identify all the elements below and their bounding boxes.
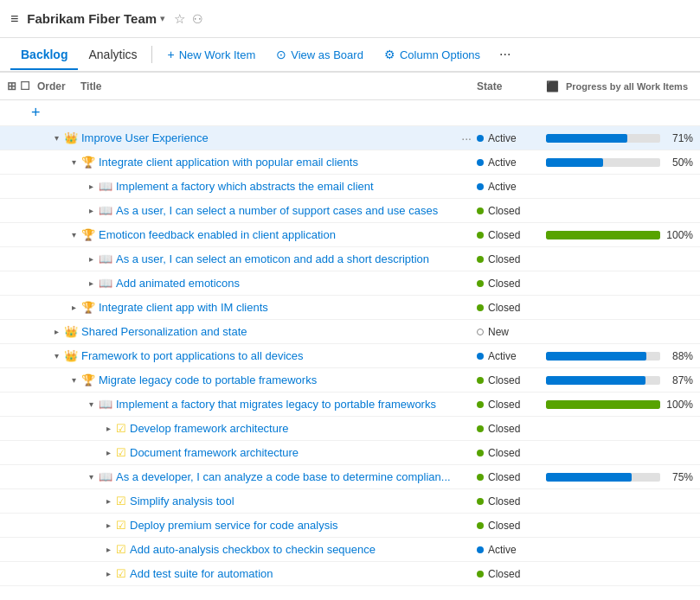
header-icons: ⊞ ☐ bbox=[7, 80, 30, 93]
view-as-board-label: View as Board bbox=[291, 48, 363, 61]
row-title[interactable]: Add test suite for automation bbox=[130, 567, 456, 580]
row-title[interactable]: Improve User Experience bbox=[81, 131, 456, 144]
row-expander[interactable]: ▸ bbox=[102, 495, 114, 507]
progress-percent: 100% bbox=[665, 229, 693, 241]
table-row[interactable]: ▸ 📖 As a user, I can select an emoticon … bbox=[0, 247, 700, 271]
state-label: Closed bbox=[488, 302, 520, 314]
team-name: Fabrikam Fiber Team bbox=[27, 11, 157, 26]
row-title[interactable]: Integrate client application with popula… bbox=[99, 156, 456, 169]
more-actions-button[interactable]: ··· bbox=[492, 41, 517, 67]
row-type-icon: 📖 bbox=[99, 398, 112, 411]
table-row[interactable]: ▾ 👑 Framework to port applications to al… bbox=[0, 344, 700, 368]
row-title[interactable]: Migrate legacy code to portable framewor… bbox=[99, 373, 456, 386]
row-type-icon: 🏆 bbox=[81, 156, 95, 169]
table-row[interactable]: ▸ ☑ Add auto-analysis checkbox to checki… bbox=[0, 538, 700, 562]
row-expander[interactable]: ▾ bbox=[50, 350, 62, 362]
table-row[interactable]: ▸ ☑ Deploy premium service for code anal… bbox=[0, 514, 700, 538]
row-expander[interactable]: ▸ bbox=[85, 253, 97, 265]
row-expander[interactable]: ▸ bbox=[67, 302, 80, 314]
row-expander[interactable]: ▸ bbox=[85, 181, 97, 193]
row-title[interactable]: Document framework architecture bbox=[130, 446, 456, 459]
row-expander[interactable]: ▸ bbox=[102, 520, 114, 532]
row-type-icon: ☑ bbox=[116, 519, 126, 532]
row-expander[interactable]: ▸ bbox=[85, 205, 97, 217]
row-expander[interactable]: ▾ bbox=[67, 374, 80, 386]
row-type-icon: ☑ bbox=[116, 567, 126, 580]
table-row[interactable]: ▸ 🏆 Integrate client app with IM clients… bbox=[0, 296, 700, 320]
table-row[interactable]: ▸ 👑 Shared Personalization and state ···… bbox=[0, 320, 700, 344]
add-col-icon[interactable]: ⊞ bbox=[7, 80, 16, 93]
row-type-icon: 📖 bbox=[99, 204, 112, 217]
hamburger-icon[interactable]: ≡ bbox=[10, 11, 18, 27]
row-type-icon: 👑 bbox=[64, 131, 78, 144]
tab-analytics[interactable]: Analytics bbox=[78, 41, 147, 70]
row-expander[interactable]: ▸ bbox=[50, 326, 62, 338]
row-expander[interactable]: ▸ bbox=[102, 423, 114, 435]
star-icon[interactable]: ☆ bbox=[174, 11, 185, 27]
checkbox-col-icon[interactable]: ☐ bbox=[20, 80, 30, 93]
tab-backlog[interactable]: Backlog bbox=[10, 41, 78, 70]
row-expander[interactable]: ▸ bbox=[102, 447, 114, 459]
row-expander[interactable]: ▾ bbox=[67, 229, 80, 241]
row-state: Active bbox=[477, 156, 546, 169]
table-row[interactable]: ▾ 📖 As a developer, I can analyze a code… bbox=[0, 465, 700, 489]
table-row[interactable]: ▸ ☑ Develop framework architecture ··· C… bbox=[0, 417, 700, 441]
row-expander[interactable]: ▾ bbox=[67, 156, 80, 169]
row-expander[interactable]: ▾ bbox=[85, 399, 97, 411]
row-title[interactable]: As a user, I can select an emoticon and … bbox=[116, 252, 456, 265]
row-title[interactable]: Simplify analysis tool bbox=[130, 495, 456, 507]
row-title[interactable]: As a developer, I can analyze a code bas… bbox=[116, 470, 456, 483]
row-state: Closed bbox=[477, 495, 546, 507]
table-row[interactable]: ▸ ☑ Simplify analysis tool ··· Closed bbox=[0, 489, 700, 514]
table-row[interactable]: ▸ 📖 Implement a factory which abstracts … bbox=[0, 175, 700, 199]
team-chevron-icon[interactable]: ▾ bbox=[160, 13, 165, 24]
nav-bar: Backlog Analytics + New Work Item ⊙ View… bbox=[0, 38, 700, 73]
progress-bar-bg bbox=[546, 473, 660, 482]
row-expander[interactable]: ▸ bbox=[102, 544, 114, 556]
table-row[interactable]: ▾ 📖 Implement a factory that migrates le… bbox=[0, 393, 700, 417]
new-work-item-label: New Work Item bbox=[179, 48, 256, 61]
row-title[interactable]: Framework to port applications to all de… bbox=[81, 349, 456, 362]
state-dot bbox=[477, 280, 484, 287]
column-options-button[interactable]: ⚙ Column Options bbox=[376, 42, 489, 67]
view-as-board-button[interactable]: ⊙ View as Board bbox=[267, 42, 372, 67]
state-dot bbox=[477, 256, 484, 263]
table-row[interactable]: ▾ 🏆 Emoticon feedback enabled in client … bbox=[0, 223, 700, 247]
row-title[interactable]: Emoticon feedback enabled in client appl… bbox=[99, 228, 456, 241]
row-title[interactable]: Implement a factory that migrates legacy… bbox=[116, 398, 456, 411]
table-row[interactable]: ▸ 📖 Add animated emoticons ··· Closed bbox=[0, 271, 700, 296]
people-icon[interactable]: ⚇ bbox=[192, 12, 203, 26]
table-row[interactable]: ▾ 🏆 Integrate client application with po… bbox=[0, 150, 700, 175]
row-title[interactable]: Shared Personalization and state bbox=[81, 325, 456, 338]
row-title[interactable]: As a user, I can select a number of supp… bbox=[116, 204, 456, 217]
row-title[interactable]: Add animated emoticons bbox=[116, 277, 456, 290]
row-title[interactable]: Deploy premium service for code analysis bbox=[130, 519, 456, 532]
state-label: Closed bbox=[488, 399, 520, 411]
state-label: Closed bbox=[488, 205, 520, 217]
row-title[interactable]: Develop framework architecture bbox=[130, 422, 456, 435]
table-row[interactable]: ▾ 👑 Improve User Experience ··· Active 7… bbox=[0, 126, 700, 150]
state-label: Active bbox=[488, 544, 517, 556]
row-title[interactable]: Implement a factory which abstracts the … bbox=[116, 180, 456, 193]
state-label: Closed bbox=[488, 278, 520, 290]
table-row[interactable]: ▸ ☑ Add test suite for automation ··· Cl… bbox=[0, 562, 700, 586]
state-dot bbox=[477, 232, 484, 239]
add-item-button[interactable]: + bbox=[31, 104, 41, 122]
table-row[interactable]: ▸ ☑ Document framework architecture ··· … bbox=[0, 441, 700, 465]
row-title[interactable]: Add auto-analysis checkbox to checkin se… bbox=[130, 543, 456, 556]
table-row[interactable]: ▾ 🏆 Migrate legacy code to portable fram… bbox=[0, 368, 700, 393]
new-work-item-button[interactable]: + New Work Item bbox=[159, 42, 265, 67]
table-row[interactable]: ▸ 📖 As a user, I can select a number of … bbox=[0, 199, 700, 223]
row-state: Closed bbox=[477, 423, 546, 435]
progress-bar-fill bbox=[546, 158, 603, 167]
row-more-button[interactable]: ··· bbox=[461, 131, 472, 145]
row-expander[interactable]: ▾ bbox=[85, 471, 97, 483]
progress-cell: 87% bbox=[546, 374, 693, 386]
row-expander[interactable]: ▾ bbox=[50, 132, 62, 144]
row-expander[interactable]: ▸ bbox=[102, 568, 114, 580]
row-title[interactable]: Integrate client app with IM clients bbox=[99, 301, 456, 314]
row-state: Closed bbox=[477, 520, 546, 532]
progress-bar-fill bbox=[546, 400, 660, 409]
row-state: Closed bbox=[477, 253, 546, 265]
row-expander[interactable]: ▸ bbox=[85, 278, 97, 290]
